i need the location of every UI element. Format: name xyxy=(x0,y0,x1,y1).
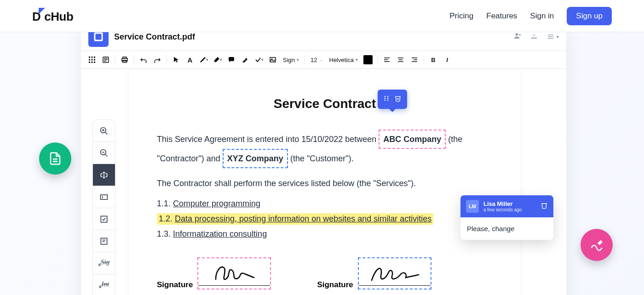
nav-pricing[interactable]: Pricing xyxy=(449,11,473,21)
comment-icon[interactable] xyxy=(225,53,238,66)
document-fab[interactable] xyxy=(39,142,71,175)
zoom-out-button[interactable] xyxy=(93,142,115,164)
nav-signin[interactable]: Sign in xyxy=(530,11,554,21)
logo-text: DcHub xyxy=(32,10,73,23)
svg-rect-4 xyxy=(531,38,537,39)
signature-glyph-1 xyxy=(209,262,259,285)
nav-features[interactable]: Features xyxy=(486,11,517,21)
image-icon[interactable] xyxy=(266,53,279,66)
check-icon[interactable]: ▾ xyxy=(253,53,265,66)
delete-icon[interactable] xyxy=(394,95,402,104)
comment-body: Please, change xyxy=(460,217,553,240)
paragraph-1: This Service Agreement is entered into 1… xyxy=(157,130,493,168)
italic-icon[interactable]: I xyxy=(441,53,454,66)
svg-point-54 xyxy=(385,96,386,97)
document-icon xyxy=(48,152,62,165)
svg-rect-12 xyxy=(92,59,93,61)
signature-tool[interactable]: xSig xyxy=(93,252,115,274)
svg-point-58 xyxy=(385,100,386,101)
signature-block-2: Signature xyxy=(317,257,431,289)
pen-icon[interactable]: ▾ xyxy=(197,53,210,66)
toolbar: A ▾ ▾ ▾ Sign▾ 12⌄ Helvetica▾ B I xyxy=(81,51,566,69)
comment-time: a few seconds ago xyxy=(483,207,522,212)
signature-field-1[interactable] xyxy=(197,257,271,289)
top-nav: DcHub Pricing Features Sign in Sign up xyxy=(0,0,644,32)
zoom-in-button[interactable] xyxy=(93,120,115,142)
side-tool-rail: xSig xInt xyxy=(92,119,115,295)
align-right-icon[interactable] xyxy=(408,53,421,66)
bold-icon[interactable]: B xyxy=(427,53,440,66)
logo[interactable]: DcHub xyxy=(32,8,73,24)
svg-point-57 xyxy=(387,98,389,99)
menu-icon[interactable]: ▾ xyxy=(546,33,559,41)
download-icon[interactable] xyxy=(530,32,538,42)
field-contractor[interactable]: ABC Company xyxy=(379,130,446,149)
svg-line-41 xyxy=(105,154,108,156)
svg-rect-9 xyxy=(92,57,93,58)
font-dropdown[interactable]: Helvetica▾ xyxy=(327,57,361,63)
signature-label: Signature xyxy=(157,280,193,289)
stage: Service Contract.pdf ▾ A ▾ ▾ ▾ xyxy=(0,32,644,295)
highlight-icon[interactable]: ▾ xyxy=(211,53,224,66)
text-field-tool[interactable] xyxy=(93,164,115,186)
note-tool[interactable] xyxy=(93,230,115,252)
service-item-1: 1.1. Computer programming xyxy=(157,199,493,209)
service-item-2: 1.2. Data processing, posting informatio… xyxy=(157,213,493,225)
svg-rect-24 xyxy=(229,57,234,61)
align-center-icon[interactable] xyxy=(394,53,407,66)
print-icon[interactable] xyxy=(118,53,131,66)
svg-point-3 xyxy=(516,33,518,36)
signature-glyph-2 xyxy=(367,262,422,285)
doc-heading: Service Contract xyxy=(157,96,493,111)
fontsize-dropdown[interactable]: 12⌄ xyxy=(308,57,325,63)
service-item-3: 1.3. Informatization consulting xyxy=(157,229,493,239)
canvas: xSig xInt Service Contract This Service … xyxy=(81,69,566,295)
comment-author: Lisa Miller xyxy=(483,200,522,207)
redo-icon[interactable] xyxy=(151,53,164,66)
svg-rect-15 xyxy=(92,62,93,63)
signature-label: Signature xyxy=(317,280,353,289)
document-page: Service Contract This Service Agreement … xyxy=(129,69,520,295)
svg-point-56 xyxy=(385,98,386,99)
eraser-icon[interactable] xyxy=(239,53,252,66)
signature-row: Signature Signature xyxy=(157,257,493,289)
page-icon[interactable] xyxy=(99,53,112,66)
svg-rect-10 xyxy=(94,57,95,58)
document-title: Service Contract.pdf xyxy=(114,32,195,42)
draw-fab[interactable] xyxy=(581,229,613,261)
initials-tool[interactable]: xInt xyxy=(93,274,115,295)
svg-rect-2 xyxy=(95,33,102,40)
undo-icon[interactable] xyxy=(137,53,150,66)
signature-field-2[interactable] xyxy=(358,257,431,289)
selection-toolbar xyxy=(378,90,407,109)
text-icon[interactable]: A xyxy=(184,53,196,66)
chevron-down-icon: ▾ xyxy=(557,34,559,39)
svg-rect-14 xyxy=(89,62,90,63)
svg-line-37 xyxy=(105,132,108,134)
svg-rect-11 xyxy=(89,59,90,61)
delete-comment-icon[interactable] xyxy=(540,202,548,211)
svg-point-55 xyxy=(387,96,389,97)
color-swatch[interactable] xyxy=(362,53,374,66)
comment-popover: LM Lisa Miller a few seconds ago Please,… xyxy=(460,195,553,240)
svg-rect-8 xyxy=(89,57,90,58)
sign-dropdown[interactable]: Sign▾ xyxy=(280,57,302,63)
grid-icon[interactable] xyxy=(86,53,98,66)
svg-rect-46 xyxy=(101,216,107,222)
svg-rect-16 xyxy=(94,62,95,63)
add-user-icon[interactable] xyxy=(513,32,522,42)
paragraph-2: The Contractor shall perform the service… xyxy=(157,176,493,191)
editor-window: Service Contract.pdf ▾ A ▾ ▾ ▾ xyxy=(81,23,566,295)
checkbox-tool[interactable] xyxy=(93,208,115,230)
align-left-icon[interactable] xyxy=(380,53,393,66)
comment-header: LM Lisa Miller a few seconds ago xyxy=(460,195,553,217)
drag-handle-icon[interactable] xyxy=(383,95,390,103)
pointer-icon[interactable] xyxy=(170,53,183,66)
svg-rect-13 xyxy=(94,59,95,61)
svg-point-59 xyxy=(387,100,389,101)
signature-block-1: Signature xyxy=(157,257,271,289)
signup-button[interactable]: Sign up xyxy=(567,7,612,25)
avatar: LM xyxy=(466,200,479,213)
text-box-tool[interactable] xyxy=(93,186,115,208)
field-customer[interactable]: XYZ Company xyxy=(223,149,288,168)
